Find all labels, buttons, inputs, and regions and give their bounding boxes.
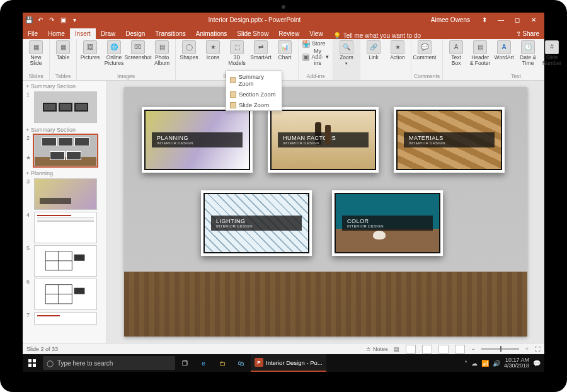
section-header[interactable]: Summary Section [26, 83, 103, 89]
header-footer-button[interactable]: ▤Header & Footer [469, 40, 491, 66]
taskbar-app-powerpoint[interactable]: P Interior Design - Po... [251, 354, 326, 372]
summary-frame-materials[interactable]: MATERIALSINTERIOR DESIGN [394, 107, 505, 173]
start-from-beginning-icon[interactable]: ▣ [59, 16, 67, 23]
slide-thumbnail-7[interactable] [34, 312, 97, 325]
action-center-icon[interactable]: 💬 [533, 360, 541, 367]
normal-view-button[interactable] [406, 345, 416, 354]
wordart-button[interactable]: AWordArt [493, 40, 515, 61]
tab-animations[interactable]: Animations [191, 28, 232, 39]
section-header[interactable]: Summary Section [26, 127, 103, 133]
document-title: Interior Design.pptx - PowerPoint [78, 16, 431, 23]
file-explorer-icon[interactable]: 🗀 [213, 354, 232, 372]
summary-frame-planning[interactable]: PLANNINGINTERIOR DESIGN [142, 107, 253, 173]
pictures-button[interactable]: 🖼Pictures [79, 40, 101, 61]
zoom-out-button[interactable]: − [471, 346, 474, 352]
notes-button[interactable]: ≐ Notes [366, 346, 387, 352]
summary-frame-lighting[interactable]: LIGHTINGINTERIOR DESIGN [201, 190, 312, 256]
new-slide-button[interactable]: ▦ New Slide [25, 40, 47, 66]
slide-thumbnail-5[interactable] [34, 245, 97, 277]
taskbar-clock[interactable]: 10:17 AM 4/30/2018 [504, 357, 529, 369]
slide-thumbnail-1[interactable] [34, 91, 97, 123]
zoom-menu-section[interactable]: Section Zoom [226, 89, 282, 100]
comments-button[interactable]: ▤ [394, 346, 399, 352]
screenshot-button[interactable]: ⌧Screenshot [127, 40, 149, 61]
slide-number-button[interactable]: #Slide Number [541, 40, 563, 66]
summary-frame-color[interactable]: COLORINTERIOR DESIGN [332, 190, 443, 256]
zoom-button[interactable]: 🔍Zoom▾ [336, 40, 357, 66]
current-slide[interactable]: PLANNINGINTERIOR DESIGN HUMAN FACTORSINT… [124, 87, 527, 337]
edge-icon[interactable]: e [194, 354, 213, 372]
frame-caption: HUMAN FACTORS [283, 135, 336, 141]
tab-design[interactable]: Design [120, 28, 150, 39]
reading-view-button[interactable] [438, 345, 449, 354]
photo-album-button[interactable]: ▤Photo Album [151, 40, 173, 66]
tab-insert[interactable]: Insert [70, 28, 96, 39]
slide-thumbnail-2[interactable]: ★ [34, 135, 97, 166]
share-button[interactable]: ⇪ Share [511, 28, 544, 39]
smartart-button[interactable]: ⇄SmartArt [250, 40, 272, 61]
qat-more-icon[interactable]: ▾ [71, 16, 78, 23]
my-addins-button[interactable]: ▣My Add-ins▾ [301, 49, 330, 66]
redo-icon[interactable]: ↷ [48, 16, 55, 23]
save-icon[interactable]: 💾 [25, 16, 33, 23]
group-label-comments: Comments [414, 73, 440, 80]
close-button[interactable]: ✕ [527, 13, 541, 26]
date-time-button[interactable]: 🕒Date & Time [517, 40, 539, 66]
onedrive-icon[interactable]: ☁ [471, 360, 478, 367]
slide-thumbnail-6[interactable] [34, 279, 97, 310]
tab-review[interactable]: Review [273, 28, 304, 39]
slide-thumbnail-4[interactable] [34, 212, 97, 243]
tab-draw[interactable]: Draw [96, 28, 120, 39]
store-icon[interactable]: 🛍 [232, 354, 251, 372]
slide-thumbnail-pane[interactable]: Summary Section 1 Summary Section 2 ★ [23, 81, 107, 343]
zoom-menu-slide[interactable]: Slide Zoom [226, 100, 282, 110]
online-pictures-button[interactable]: 🌐Online Pictures [103, 40, 125, 66]
slide-canvas-area[interactable]: PLANNINGINTERIOR DESIGN HUMAN FACTORSINT… [107, 81, 544, 343]
wifi-icon[interactable]: 📶 [481, 360, 489, 367]
tab-file[interactable]: File [23, 28, 43, 39]
ribbon-options-icon[interactable]: ⬍ [478, 13, 491, 26]
slide-number: 1 [26, 91, 32, 98]
photo-album-icon: ▤ [155, 40, 169, 54]
minimize-button[interactable]: — [494, 13, 508, 26]
comment-icon: 💬 [418, 40, 432, 54]
tell-me-search[interactable]: 💡 Tell me what you want to do [328, 32, 511, 39]
taskbar-search[interactable]: ◯ Type here to search [43, 356, 175, 370]
date-time-label: Date & Time [520, 55, 536, 66]
task-view-button[interactable]: ❐ [175, 354, 194, 372]
chart-button[interactable]: 📊Chart [274, 40, 295, 61]
zoom-menu-summary[interactable]: Summary Zoom [226, 71, 282, 89]
shapes-button[interactable]: ◯Shapes [178, 40, 200, 61]
store-button[interactable]: 🏪Store [301, 40, 330, 48]
summary-frame-human-factors[interactable]: HUMAN FACTORSINTERIOR DESIGN [268, 107, 379, 173]
volume-icon[interactable]: 🔊 [493, 360, 500, 367]
table-button[interactable]: ▦ Table [52, 40, 74, 61]
comment-button[interactable]: 💬Comment [414, 40, 435, 61]
user-name[interactable]: Aimee Owens [431, 16, 470, 23]
restore-button[interactable]: ◻ [510, 13, 524, 26]
zoom-in-button[interactable]: + [525, 346, 529, 352]
link-button[interactable]: 🔗Link [363, 40, 384, 61]
tab-home[interactable]: Home [43, 28, 70, 39]
lightbulb-icon: 💡 [333, 32, 341, 39]
3d-models-button[interactable]: ⬚3D Models [226, 40, 248, 66]
undo-icon[interactable]: ↶ [37, 16, 44, 23]
slideshow-view-button[interactable] [455, 345, 465, 354]
sorter-view-button[interactable] [422, 345, 432, 354]
tray-chevron-icon[interactable]: ˄ [464, 360, 467, 367]
slide-thumbnail-3[interactable] [34, 178, 97, 210]
fit-to-window-button[interactable]: ⛶ [535, 346, 541, 352]
icons-button[interactable]: ★Icons [202, 40, 224, 61]
tab-transitions[interactable]: Transitions [150, 28, 191, 39]
zoom-slider[interactable] [481, 348, 519, 350]
group-label-links [363, 79, 408, 80]
action-button[interactable]: ★Action [387, 40, 408, 61]
textbox-button[interactable]: AText Box [445, 40, 467, 66]
tab-view[interactable]: View [304, 28, 328, 39]
tab-slide-show[interactable]: Slide Show [232, 28, 273, 39]
group-label-zoom [336, 79, 357, 80]
system-tray[interactable]: ˄ ☁ 📶 🔊 10:17 AM 4/30/2018 💬 [464, 357, 544, 369]
start-button[interactable] [23, 354, 42, 372]
store-icon: 🏪 [302, 40, 310, 48]
section-header[interactable]: Planning [26, 170, 103, 176]
